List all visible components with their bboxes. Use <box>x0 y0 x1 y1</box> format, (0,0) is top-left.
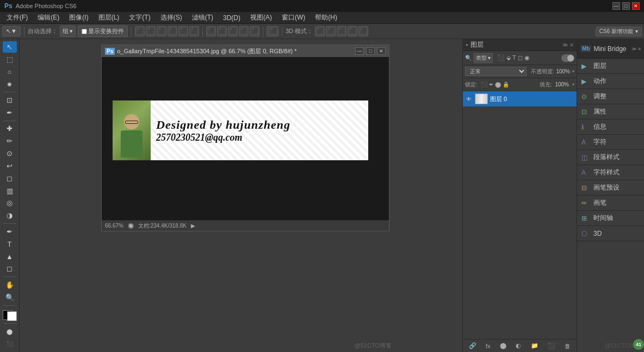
panel-item-timeline[interactable]: ⊞ 时间轴 <box>577 211 644 226</box>
opacity-chevron-icon[interactable]: ▾ <box>572 69 574 74</box>
3d-btn-2[interactable]: ⬛ <box>326 26 336 36</box>
lock-move-icon[interactable]: ✒ <box>489 81 493 87</box>
layers-menu-icon[interactable]: ≡ <box>570 42 573 48</box>
marquee-tool[interactable]: ⬚ <box>3 54 17 65</box>
mini-bridge-tab[interactable]: Mb Mini Bridge ≫ ≡ <box>577 39 644 59</box>
panel-item-info[interactable]: ℹ 信息 <box>577 120 644 135</box>
align-btn-2[interactable]: ⬛ <box>146 26 156 36</box>
menu-help[interactable]: 帮助(H) <box>311 12 342 23</box>
move-tool[interactable]: ↖ <box>3 41 17 53</box>
eyedropper-tool[interactable]: ✒ <box>3 107 17 118</box>
new-group-btn[interactable]: 📁 <box>531 342 538 349</box>
auto-select-dropdown[interactable]: 组▾ <box>60 26 76 37</box>
panel-item-3d[interactable]: ⬡ 3D <box>577 226 644 241</box>
menu-text[interactable]: 文字(T) <box>125 12 154 23</box>
new-adjustment-btn[interactable]: ◐ <box>516 342 521 349</box>
filter-adjust-icon[interactable]: ⬙ <box>506 54 511 61</box>
align-btn-4[interactable]: ⬛ <box>168 26 177 36</box>
clone-tool[interactable]: ⊙ <box>3 148 17 159</box>
panel-item-actions[interactable]: ▶ 动作 <box>577 74 644 89</box>
doc-close-btn[interactable]: ✕ <box>377 47 386 55</box>
menu-window[interactable]: 窗口(W) <box>277 12 309 23</box>
hand-tool[interactable]: ✋ <box>3 279 17 291</box>
filter-pixel-icon[interactable]: ⬛ <box>497 54 505 61</box>
fill-chevron-icon[interactable]: ▾ <box>572 82 574 87</box>
background-color[interactable] <box>7 311 17 321</box>
filter-smart-icon[interactable]: ◉ <box>524 54 530 61</box>
history-brush-tool[interactable]: ↩ <box>3 160 17 172</box>
dist-btn-4[interactable]: ⬛ <box>239 26 249 36</box>
dist-btn-3[interactable]: ⬛ <box>228 26 238 36</box>
mini-bridge-menu-icon[interactable]: ≡ <box>638 46 641 52</box>
crop-tool[interactable]: ⊡ <box>3 95 17 106</box>
panel-item-brush-presets[interactable]: ⊟ 画笔预设 <box>577 180 644 196</box>
move-tool-btn[interactable]: ↖▼ <box>2 26 21 36</box>
blur-tool[interactable]: ◎ <box>3 198 17 209</box>
dist-btn-2[interactable]: ⬛ <box>217 26 227 36</box>
add-style-btn[interactable]: fx <box>486 343 491 349</box>
blend-mode-select[interactable]: 正常 <box>465 67 527 76</box>
healing-tool[interactable]: ✚ <box>3 123 17 135</box>
arrange-btn[interactable]: ⬛ <box>267 26 278 36</box>
panel-item-adjustments[interactable]: ⊙ 调整 <box>577 89 644 104</box>
document-controls[interactable]: — □ ✕ <box>355 47 386 55</box>
mini-bridge-expand-icon[interactable]: ≫ <box>631 46 636 52</box>
maximize-button[interactable]: □ <box>622 2 630 10</box>
panel-item-brush[interactable]: ✏ 画笔 <box>577 196 644 211</box>
dodge-tool[interactable]: ◑ <box>3 210 17 221</box>
filter-toggle[interactable] <box>561 54 574 62</box>
doc-restore-btn[interactable]: □ <box>366 47 375 55</box>
show-transform-btn[interactable]: 显示变换控件 <box>78 26 128 37</box>
brush-tool[interactable]: ✏ <box>3 135 17 147</box>
add-mask-btn[interactable]: ⬤ <box>500 342 506 349</box>
zoom-tool[interactable]: 🔍 <box>3 292 17 303</box>
lock-pixels-icon[interactable]: ⬛ <box>481 81 487 87</box>
3d-btn-1[interactable]: ⬛ <box>315 26 325 36</box>
filter-text-icon[interactable]: T <box>512 54 516 61</box>
panel-item-layers[interactable]: ▶ 图层 <box>577 59 644 74</box>
align-btn-5[interactable]: ⬛ <box>178 26 188 36</box>
minimize-button[interactable]: — <box>612 2 620 10</box>
panel-item-properties[interactable]: ⊡ 属性 <box>577 104 644 120</box>
layers-panel-header[interactable]: ▸ 图层 ≫ ≡ <box>463 39 577 51</box>
menu-edit[interactable]: 编辑(E) <box>33 12 64 23</box>
window-controls[interactable]: — □ ✕ <box>612 2 640 10</box>
3d-btn-4[interactable]: ⬛ <box>348 26 357 36</box>
menu-select[interactable]: 选择(S) <box>156 12 187 23</box>
menu-image[interactable]: 图像(I) <box>65 12 92 23</box>
menu-layer[interactable]: 图层(L) <box>94 12 124 23</box>
panel-item-character[interactable]: A 字符 <box>577 135 644 150</box>
menu-filter[interactable]: 滤镜(T) <box>188 12 218 23</box>
pen-tool[interactable]: ✒ <box>3 226 17 237</box>
dist-btn-1[interactable]: ⬛ <box>206 26 216 36</box>
screen-mode-tool[interactable]: ⬛ <box>3 338 17 350</box>
color-boxes[interactable] <box>3 310 17 322</box>
3d-btn-5[interactable]: ⬛ <box>358 26 368 36</box>
align-btn-3[interactable]: ⬛ <box>157 26 166 36</box>
shape-tool[interactable]: ◻ <box>3 263 17 274</box>
status-arrow[interactable]: ▶ <box>191 223 195 229</box>
layer-visibility-toggle[interactable]: 👁 <box>465 95 473 103</box>
quick-mask-tool[interactable]: ⬤ <box>3 326 17 337</box>
layer-item-0[interactable]: 👁 图层 0 <box>463 91 577 106</box>
layers-expand-icon[interactable]: ≫ <box>562 42 568 48</box>
doc-minimize-btn[interactable]: — <box>355 47 364 55</box>
align-btn-1[interactable]: ⬛ <box>135 26 145 36</box>
dist-btn-5[interactable]: ⬛ <box>250 26 259 36</box>
lock-position-icon[interactable]: 🔒 <box>503 81 509 87</box>
align-btn-6[interactable]: ⬛ <box>189 26 199 36</box>
gradient-tool[interactable]: ▥ <box>3 185 17 197</box>
panel-item-char-style[interactable]: A 字符样式 <box>577 165 644 180</box>
quick-select-tool[interactable]: ◉ <box>3 78 17 90</box>
menu-view[interactable]: 视图(A) <box>246 12 276 23</box>
show-transform-checkbox[interactable] <box>82 29 87 34</box>
filter-shape-icon[interactable]: ◻ <box>518 54 523 61</box>
menu-3d[interactable]: 3D(D) <box>219 13 245 23</box>
lasso-tool[interactable]: ○ <box>3 66 17 78</box>
close-button[interactable]: ✕ <box>632 2 640 10</box>
delete-layer-btn[interactable]: 🗑 <box>565 343 571 349</box>
panel-item-para-style[interactable]: ◫ 段落样式 <box>577 150 644 165</box>
cs6-new-features[interactable]: CS6 新增功能▾ <box>596 27 642 36</box>
link-layers-btn[interactable]: 🔗 <box>469 342 476 349</box>
lock-all-icon[interactable]: ⬤ <box>495 81 501 87</box>
